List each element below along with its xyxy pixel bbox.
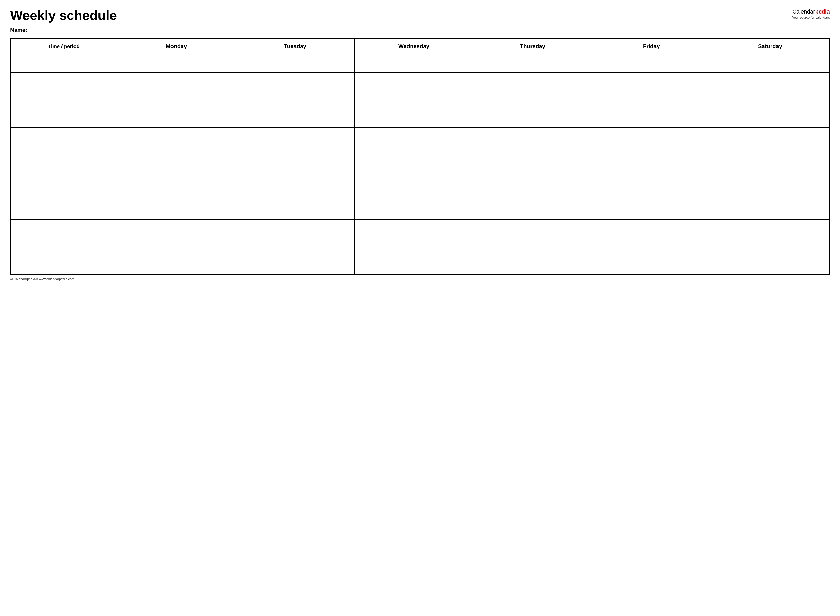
cell-row4-col4[interactable]: [473, 128, 592, 146]
cell-row0-col1[interactable]: [117, 54, 235, 72]
cell-row0-col0[interactable]: [10, 54, 117, 72]
cell-row0-col5[interactable]: [592, 54, 711, 72]
cell-row11-col2[interactable]: [236, 256, 355, 274]
page-title: Weekly schedule: [10, 8, 117, 23]
cell-row9-col0[interactable]: [10, 219, 117, 238]
cell-row8-col4[interactable]: [473, 201, 592, 219]
cell-row5-col2[interactable]: [236, 146, 355, 164]
cell-row8-col0[interactable]: [10, 201, 117, 219]
cell-row8-col5[interactable]: [592, 201, 711, 219]
cell-row2-col2[interactable]: [236, 91, 355, 109]
cell-row2-col5[interactable]: [592, 91, 711, 109]
cell-row1-col0[interactable]: [10, 72, 117, 91]
cell-row1-col5[interactable]: [592, 72, 711, 91]
cell-row10-col2[interactable]: [236, 238, 355, 256]
cell-row7-col3[interactable]: [355, 183, 473, 201]
table-row: [10, 219, 830, 238]
col-header-tuesday: Tuesday: [236, 39, 355, 54]
cell-row6-col5[interactable]: [592, 164, 711, 183]
cell-row10-col1[interactable]: [117, 238, 235, 256]
cell-row8-col6[interactable]: [711, 201, 830, 219]
cell-row10-col5[interactable]: [592, 238, 711, 256]
col-header-wednesday: Wednesday: [355, 39, 473, 54]
cell-row7-col0[interactable]: [10, 183, 117, 201]
table-row: [10, 164, 830, 183]
cell-row6-col3[interactable]: [355, 164, 473, 183]
footer-text: © Calendarpedia® www.calendarpedia.com: [10, 277, 75, 281]
cell-row2-col1[interactable]: [117, 91, 235, 109]
cell-row11-col5[interactable]: [592, 256, 711, 274]
cell-row8-col1[interactable]: [117, 201, 235, 219]
cell-row3-col3[interactable]: [355, 109, 473, 128]
cell-row9-col5[interactable]: [592, 219, 711, 238]
schedule-table: Time / period Monday Tuesday Wednesday T…: [10, 38, 830, 274]
cell-row5-col1[interactable]: [117, 146, 235, 164]
cell-row1-col1[interactable]: [117, 72, 235, 91]
cell-row5-col4[interactable]: [473, 146, 592, 164]
cell-row4-col1[interactable]: [117, 128, 235, 146]
cell-row4-col3[interactable]: [355, 128, 473, 146]
table-row: [10, 54, 830, 72]
cell-row9-col4[interactable]: [473, 219, 592, 238]
cell-row10-col4[interactable]: [473, 238, 592, 256]
cell-row5-col0[interactable]: [10, 146, 117, 164]
brand-name: Calendarpedia: [792, 9, 830, 15]
cell-row4-col0[interactable]: [10, 128, 117, 146]
cell-row11-col1[interactable]: [117, 256, 235, 274]
cell-row0-col4[interactable]: [473, 54, 592, 72]
brand-calendar-text: Calendar: [792, 9, 815, 15]
footer: © Calendarpedia® www.calendarpedia.com: [10, 277, 830, 281]
cell-row0-col3[interactable]: [355, 54, 473, 72]
cell-row5-col6[interactable]: [711, 146, 830, 164]
cell-row8-col2[interactable]: [236, 201, 355, 219]
cell-row3-col5[interactable]: [592, 109, 711, 128]
cell-row2-col4[interactable]: [473, 91, 592, 109]
cell-row7-col4[interactable]: [473, 183, 592, 201]
cell-row7-col5[interactable]: [592, 183, 711, 201]
table-row: [10, 256, 830, 274]
cell-row9-col3[interactable]: [355, 219, 473, 238]
cell-row1-col4[interactable]: [473, 72, 592, 91]
cell-row6-col2[interactable]: [236, 164, 355, 183]
cell-row9-col2[interactable]: [236, 219, 355, 238]
cell-row10-col6[interactable]: [711, 238, 830, 256]
cell-row2-col3[interactable]: [355, 91, 473, 109]
cell-row4-col5[interactable]: [592, 128, 711, 146]
cell-row3-col4[interactable]: [473, 109, 592, 128]
cell-row5-col3[interactable]: [355, 146, 473, 164]
cell-row9-col1[interactable]: [117, 219, 235, 238]
cell-row0-col6[interactable]: [711, 54, 830, 72]
cell-row10-col3[interactable]: [355, 238, 473, 256]
cell-row4-col6[interactable]: [711, 128, 830, 146]
cell-row6-col1[interactable]: [117, 164, 235, 183]
cell-row8-col3[interactable]: [355, 201, 473, 219]
cell-row6-col4[interactable]: [473, 164, 592, 183]
cell-row11-col4[interactable]: [473, 256, 592, 274]
brand-tagline: Your source for calendars: [792, 16, 830, 20]
cell-row5-col5[interactable]: [592, 146, 711, 164]
cell-row11-col3[interactable]: [355, 256, 473, 274]
brand-logo: Calendarpedia Your source for calendars: [792, 8, 830, 20]
cell-row0-col2[interactable]: [236, 54, 355, 72]
cell-row3-col0[interactable]: [10, 109, 117, 128]
cell-row7-col1[interactable]: [117, 183, 235, 201]
cell-row4-col2[interactable]: [236, 128, 355, 146]
cell-row6-col6[interactable]: [711, 164, 830, 183]
cell-row9-col6[interactable]: [711, 219, 830, 238]
cell-row3-col2[interactable]: [236, 109, 355, 128]
name-label: Name:: [10, 27, 830, 34]
cell-row7-col6[interactable]: [711, 183, 830, 201]
cell-row7-col2[interactable]: [236, 183, 355, 201]
cell-row1-col2[interactable]: [236, 72, 355, 91]
cell-row2-col6[interactable]: [711, 91, 830, 109]
cell-row3-col1[interactable]: [117, 109, 235, 128]
cell-row2-col0[interactable]: [10, 91, 117, 109]
cell-row1-col6[interactable]: [711, 72, 830, 91]
cell-row3-col6[interactable]: [711, 109, 830, 128]
cell-row11-col6[interactable]: [711, 256, 830, 274]
cell-row1-col3[interactable]: [355, 72, 473, 91]
cell-row11-col0[interactable]: [10, 256, 117, 274]
col-header-time: Time / period: [10, 39, 117, 54]
cell-row6-col0[interactable]: [10, 164, 117, 183]
cell-row10-col0[interactable]: [10, 238, 117, 256]
